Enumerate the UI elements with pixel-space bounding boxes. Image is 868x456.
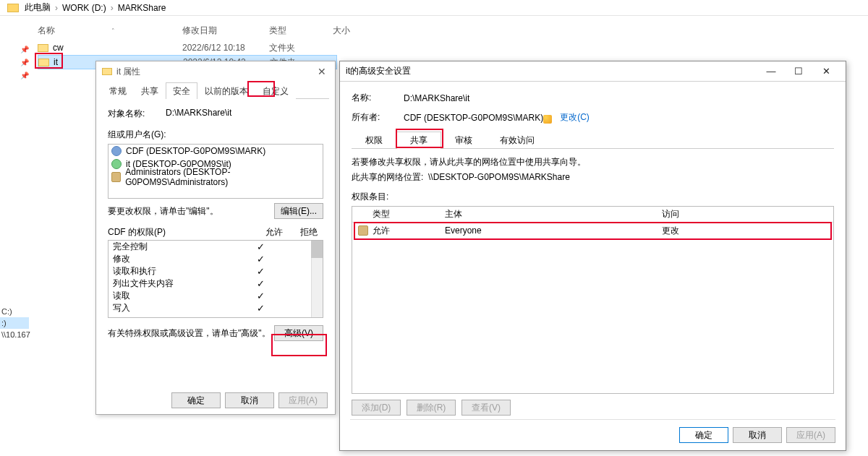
crumb-2[interactable]: MARKShare xyxy=(118,3,166,13)
crumb-0[interactable]: 此电脑 xyxy=(25,1,51,14)
scrollbar[interactable] xyxy=(311,241,323,317)
chevron-right-icon: › xyxy=(55,3,58,13)
tab-effective-access[interactable]: 有效访问 xyxy=(486,132,548,149)
apply-button[interactable]: 应用(A) xyxy=(786,427,835,443)
tab-share[interactable]: 共享 xyxy=(396,132,441,149)
th-type[interactable]: 类型 xyxy=(358,208,445,220)
list-item-label: Administrators (DESKTOP-G0POM9S\Administ… xyxy=(125,167,320,187)
share-path-label: 此共享的网络位置: xyxy=(352,172,423,182)
dialog-title: it 属性 xyxy=(116,66,140,78)
check-icon: ✓ xyxy=(240,266,281,277)
groups-listbox[interactable]: CDF (DESKTOP-G0POM9S\MARK) it (DESKTOP-G… xyxy=(108,144,323,199)
col-type[interactable]: 类型 xyxy=(269,25,333,37)
user-icon xyxy=(111,146,122,156)
check-icon: ✓ xyxy=(240,241,281,252)
sort-asc-icon: ˄ xyxy=(111,27,115,35)
list-header: 名称 ˄ 修改日期 类型 大小 xyxy=(38,22,868,39)
cancel-button[interactable]: 取消 xyxy=(225,392,274,408)
check-icon: ✓ xyxy=(240,303,281,314)
close-icon[interactable]: ✕ xyxy=(315,66,329,77)
ok-button[interactable]: 确定 xyxy=(171,392,221,408)
pin-icon: 📌 xyxy=(20,46,29,53)
share-path-value: \\DESKTOP-G0POM9S\MARKShare xyxy=(428,172,570,182)
check-icon: ✓ xyxy=(240,278,281,289)
perm-row: 读取✓ xyxy=(109,290,323,302)
user-icon xyxy=(111,159,122,169)
object-name-label: 对象名称: xyxy=(108,108,166,120)
edit-button[interactable]: 编辑(E)... xyxy=(274,203,323,219)
col-size[interactable]: 大小 xyxy=(333,25,396,37)
advanced-security-dialog: it的高级安全设置 ― ☐ ✕ 名称: D:\MARKShare\it 所有者:… xyxy=(339,61,846,451)
perm-name: 修改 xyxy=(113,253,240,265)
group-icon xyxy=(358,225,368,236)
permissions-table: 类型 主体 访问 允许 Everyone 更改 xyxy=(352,206,834,394)
view-button[interactable]: 查看(V) xyxy=(461,400,511,416)
entries-label: 权限条目: xyxy=(352,191,834,203)
remove-button[interactable]: 删除(R) xyxy=(407,400,456,416)
file-date: 2022/6/12 10:18 xyxy=(182,43,269,53)
allow-label: 允许 xyxy=(254,226,294,238)
col-date[interactable]: 修改日期 xyxy=(182,25,269,37)
th-access[interactable]: 访问 xyxy=(662,208,749,220)
sidebar-item[interactable]: :) xyxy=(0,317,29,329)
dialog-titlebar[interactable]: it的高级安全设置 ― ☐ ✕ xyxy=(340,61,846,82)
check-icon: ✓ xyxy=(240,291,281,301)
tabs: 常规 共享 安全 以前的版本 自定义 xyxy=(102,82,329,99)
tab-prev-versions[interactable]: 以前的版本 xyxy=(197,82,255,99)
tab-sharing[interactable]: 共享 xyxy=(134,82,166,99)
group-icon xyxy=(111,172,121,182)
add-button[interactable]: 添加(D) xyxy=(352,400,401,416)
crumb-1[interactable]: WORK (D:) xyxy=(62,3,106,13)
dialog-title: it的高级安全设置 xyxy=(346,65,411,77)
dialog-titlebar[interactable]: it 属性 ✕ xyxy=(96,61,335,82)
tab-permissions[interactable]: 权限 xyxy=(352,132,396,149)
deny-label: 拒绝 xyxy=(294,226,323,238)
perm-row: 读取和执行✓ xyxy=(109,265,323,278)
change-owner-link[interactable]: 更改(C) xyxy=(560,111,590,124)
annotation-highlight xyxy=(271,334,327,356)
file-name: cw xyxy=(53,43,64,53)
check-icon: ✓ xyxy=(240,254,281,264)
permissions-listbox[interactable]: 完全控制✓ 修改✓ 读取和执行✓ 列出文件夹内容✓ 读取✓ 写入✓ xyxy=(108,240,323,318)
pin-icon: 📌 xyxy=(20,72,29,79)
edit-hint: 要更改权限，请单击"编辑"。 xyxy=(108,205,218,218)
file-type: 文件夹 xyxy=(269,42,333,54)
perm-row: 写入✓ xyxy=(109,302,323,314)
sidebar-item[interactable]: \\10.167 xyxy=(0,329,29,340)
breadcrumb-bar: 此电脑 › WORK (D:) › MARKShare xyxy=(0,0,868,16)
sidebar-fragment: C:) :) \\10.167 xyxy=(0,306,29,340)
perm-name: 读取 xyxy=(113,290,240,302)
tab-general[interactable]: 常规 xyxy=(102,82,134,99)
file-row-cw[interactable]: cw 2022/6/12 10:18 文件夹 xyxy=(38,40,337,55)
cell-principal: Everyone xyxy=(445,225,662,236)
apply-button[interactable]: 应用(A) xyxy=(278,392,328,408)
perm-row: 列出文件夹内容✓ xyxy=(109,278,323,290)
groups-label: 组或用户名(G): xyxy=(108,129,323,141)
tab-auditing[interactable]: 审核 xyxy=(441,132,486,149)
ok-button[interactable]: 确定 xyxy=(679,427,728,443)
tab-security[interactable]: 安全 xyxy=(166,82,197,99)
cancel-button[interactable]: 取消 xyxy=(733,427,782,443)
scrollbar-thumb[interactable] xyxy=(311,241,323,258)
table-header: 类型 主体 访问 xyxy=(352,207,833,223)
perm-name: 完全控制 xyxy=(113,241,240,253)
share-info-1: 若要修改共享权限，请从此共享的网络位置中使用共享向导。 xyxy=(352,156,834,168)
minimize-icon[interactable]: ― xyxy=(757,66,785,77)
folder-icon xyxy=(7,4,19,12)
table-row[interactable]: 允许 Everyone 更改 xyxy=(352,223,833,238)
pin-column: 📌 📌 📌 xyxy=(20,46,29,79)
sidebar-item[interactable]: C:) xyxy=(0,306,29,317)
th-principal[interactable]: 主体 xyxy=(445,208,662,220)
owner-label: 所有者: xyxy=(352,111,404,124)
perms-label: CDF 的权限(P) xyxy=(108,226,254,238)
chevron-right-icon: › xyxy=(111,3,114,13)
list-item[interactable]: Administrators (DESKTOP-G0POM9S\Administ… xyxy=(109,171,323,184)
object-name-value: D:\MARKShare\it xyxy=(166,108,323,120)
perm-row: 修改✓ xyxy=(109,253,323,265)
col-name[interactable]: 名称 ˄ xyxy=(38,25,182,37)
maximize-icon[interactable]: ☐ xyxy=(785,66,812,77)
list-item[interactable]: CDF (DESKTOP-G0POM9S\MARK) xyxy=(109,145,323,158)
tab-customize[interactable]: 自定义 xyxy=(255,82,296,99)
close-icon[interactable]: ✕ xyxy=(812,66,840,77)
owner-value: CDF (DESKTOP-G0POM9S\MARK) xyxy=(404,113,543,123)
